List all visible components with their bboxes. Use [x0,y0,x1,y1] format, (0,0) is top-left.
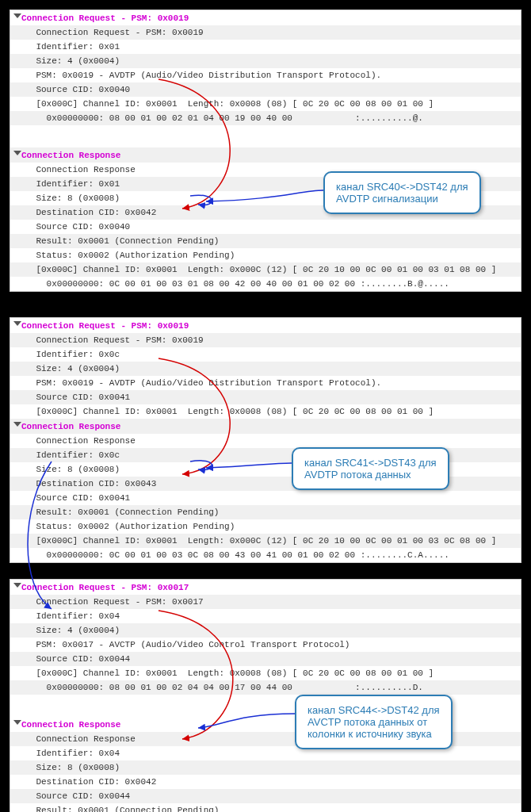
field-row: Result: 0x0001 (Connection Pending) [10,803,521,812]
field-row: Status: 0x0002 (Authorization Pending) [10,519,521,534]
hex-row: 0x00000000: 08 00 01 00 02 04 04 00 17 0… [10,680,521,695]
section-header[interactable]: Connection Request - PSM: 0x0017 [10,580,521,595]
field-row: Status: 0x0002 (Authorization Pending) [10,248,521,262]
callout-3: канал SRC44<->DST42 для AVCTP потока дан… [295,695,453,749]
triangle-down-icon [13,151,21,155]
field-row: Size: 4 (0x0004) [10,54,521,68]
triangle-down-icon [13,13,21,18]
field-row: PSM: 0x0019 - AVDTP (Audio/Video Distrib… [10,68,521,82]
hex-row: 0x00000000: 08 00 01 00 02 01 04 00 19 0… [10,111,521,125]
field-row: Connection Request - PSM: 0x0019 [10,333,521,347]
callout-2: канал SRC41<->DST43 для AVDTP потока дан… [292,447,449,490]
field-row: Connection Response [10,434,521,448]
hex-row: [0x000C] Channel ID: 0x0001 Length: 0x00… [10,666,521,680]
hex-row: [0x000C] Channel ID: 0x0001 Length: 0x00… [10,97,521,111]
field-row: Result: 0x0001 (Connection Pending) [10,234,521,248]
field-row: Source CID: 0x0040 [10,220,521,234]
field-row: Source CID: 0x0041 [10,390,521,404]
field-row: Identifier: 0x01 [10,40,521,54]
section-header[interactable]: Connection Response [10,419,521,434]
hex-row: [0x000C] Channel ID: 0x0001 Length: 0x00… [10,534,521,548]
triangle-down-icon [13,321,21,326]
section-header[interactable]: Connection Request - PSM: 0x0019 [10,318,521,333]
field-row: Result: 0x0001 (Connection Pending) [10,505,521,519]
field-row: Source CID: 0x0044 [10,789,521,803]
field-row: Size: 4 (0x0004) [10,362,521,376]
field-row: Source CID: 0x0044 [10,652,521,666]
panel-1: Connection Request - PSM: 0x0019 Connect… [10,10,521,292]
hex-row: 0x00000000: 0C 00 01 00 03 0C 08 00 43 0… [10,548,521,562]
callout-1: канал SRC40<->DST42 для AVDTP сигнализац… [323,171,481,214]
field-row: Destination CID: 0x0042 [10,775,521,789]
field-row: Connection Request - PSM: 0x0017 [10,595,521,609]
hex-row: 0x00000000: 0C 00 01 00 03 01 08 00 42 0… [10,277,521,291]
field-row: Identifier: 0x0c [10,347,521,362]
hex-row: [0x000C] Channel ID: 0x0001 Length: 0x00… [10,262,521,277]
field-row: Size: 8 (0x0008) [10,760,521,775]
field-row: Source CID: 0x0041 [10,491,521,505]
section-header[interactable]: Connection Response [10,147,521,163]
panel-2: Connection Request - PSM: 0x0019 Connect… [10,317,521,563]
field-row: Source CID: 0x0040 [10,82,521,97]
field-row: PSM: 0x0019 - AVDTP (Audio/Video Distrib… [10,376,521,390]
section-header[interactable]: Connection Request - PSM: 0x0019 [10,10,521,25]
field-row: PSM: 0x0017 - AVCTP (Audio/Video Control… [10,638,521,652]
field-row: Connection Request - PSM: 0x0019 [10,25,521,40]
triangle-down-icon [13,422,21,427]
field-row: Identifier: 0x04 [10,609,521,623]
hex-row: [0x000C] Channel ID: 0x0001 Length: 0x00… [10,404,521,419]
field-row: Size: 4 (0x0004) [10,623,521,638]
triangle-down-icon [13,583,21,588]
triangle-down-icon [13,720,21,725]
